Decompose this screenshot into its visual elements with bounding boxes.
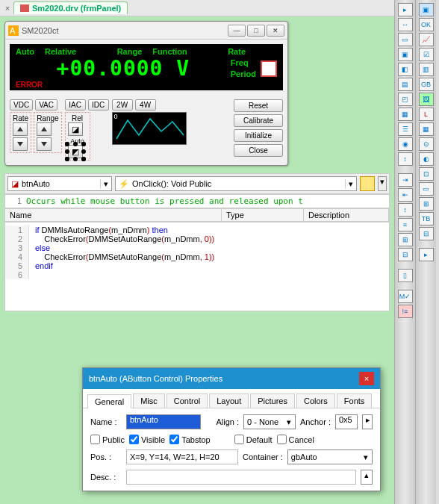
calibrate-button[interactable]: Calibrate — [234, 114, 283, 127]
iac-button[interactable]: IAC — [65, 99, 86, 111]
close-button[interactable]: ✕ — [267, 25, 284, 37]
tool-icon[interactable]: 📈 — [419, 33, 434, 46]
svg-text:A: A — [10, 26, 16, 35]
tool-icon[interactable]: ↕ — [398, 203, 413, 217]
name-input[interactable]: btnAuto — [126, 414, 201, 429]
plot-display: 0 — [112, 112, 187, 145]
dialog-close-button[interactable]: × — [359, 372, 374, 385]
2w-button[interactable]: 2W — [112, 99, 133, 111]
col-type[interactable]: Type — [222, 209, 304, 221]
idc-button[interactable]: IDC — [88, 99, 109, 111]
code-editor[interactable]: 1if DMMIsAutoRange(m_nDmm) then 2 CheckE… — [4, 222, 390, 311]
minimize-button[interactable]: — — [228, 25, 246, 37]
cancel-checkbox[interactable]: Cancel — [277, 435, 314, 444]
maximize-button[interactable]: □ — [247, 25, 265, 37]
align-select[interactable]: 0 - None▾ — [243, 414, 296, 429]
tool-icon[interactable]: ▯ — [398, 269, 413, 282]
tab-colors[interactable]: Colors — [296, 393, 335, 408]
tool-icon[interactable]: ⊡ — [419, 167, 434, 181]
tool-icon[interactable]: ▦ — [419, 122, 434, 136]
tab-close-icon[interactable]: × — [1, 4, 13, 13]
tool-icon[interactable]: ▥ — [419, 63, 434, 76]
object-value: btnAuto — [22, 179, 50, 188]
right-toolbar: ▸ ↔ ▭ ▣ ◧ ▤ ◰ ▦ ☰ ◉ ↕ ⇥ ⇤ ↕ ≡ ⊞ ⊟ ▯ M✓ !… — [394, 0, 439, 504]
tool-icon[interactable]: ⊙ — [419, 137, 434, 151]
tool-icon[interactable]: ☑ — [419, 48, 434, 61]
tool-icon[interactable]: ☰ — [398, 122, 413, 136]
desc-input[interactable] — [126, 470, 356, 485]
comment-text: Occurs while mouse button is pressed and… — [26, 196, 303, 206]
vdc-button[interactable]: VDC — [10, 99, 33, 111]
tool-icon[interactable]: ⊟ — [398, 248, 413, 261]
tool-icon[interactable]: ◐ — [419, 152, 434, 166]
col-desc[interactable]: Description — [304, 209, 389, 221]
default-checkbox[interactable]: Default — [234, 435, 273, 444]
object-combo[interactable]: ◪ btnAuto ▾ — [7, 176, 112, 191]
public-checkbox[interactable]: Public — [90, 435, 125, 444]
event-combo[interactable]: ⚡ OnClick(): Void Public ▾ — [115, 176, 357, 191]
tool-icon[interactable]: ◧ — [398, 63, 413, 76]
tool-icon[interactable]: ▤ — [398, 78, 413, 91]
range-down-button[interactable] — [37, 137, 52, 151]
4w-button[interactable]: 4W — [135, 99, 156, 111]
tool-icon[interactable]: OK — [419, 18, 434, 31]
desc-up-button[interactable]: ▴ — [361, 470, 373, 485]
tab-fonts[interactable]: Fonts — [337, 393, 373, 408]
close-panel-button[interactable]: Close — [234, 144, 283, 157]
rel-button[interactable]: ◪ — [68, 122, 83, 136]
vac-button[interactable]: VAC — [35, 99, 57, 111]
tab-layout[interactable]: Layout — [209, 393, 249, 408]
tool-icon[interactable]: TB — [419, 212, 434, 225]
function-label: Function — [152, 47, 187, 56]
anchor-input[interactable]: 0x5 — [335, 414, 358, 429]
container-select[interactable]: gbAuto▾ — [287, 449, 373, 464]
tool-icon[interactable]: ↔ — [398, 18, 413, 31]
visible-checkbox[interactable]: Visible — [129, 435, 165, 444]
tool-arrow-icon[interactable]: ▸ — [419, 248, 434, 261]
dmm-mode-icon[interactable] — [261, 60, 277, 77]
freq-label: Freq — [231, 57, 256, 69]
tool-icon[interactable]: ◉ — [398, 137, 413, 151]
tool-icon[interactable]: ⇥ — [398, 173, 413, 187]
rate-down-button[interactable] — [13, 137, 28, 151]
tool-icon[interactable]: ◰ — [398, 93, 413, 106]
file-icon — [20, 4, 29, 12]
tool-icon[interactable]: ⇤ — [398, 188, 413, 202]
tool-icon[interactable]: ≡ — [398, 218, 413, 231]
tool-icon[interactable]: ↕ — [398, 152, 413, 166]
expand-button[interactable]: ▾ — [378, 176, 387, 191]
rate-group-label: Rate — [13, 114, 28, 122]
auto-button[interactable]: ◩ — [68, 145, 83, 158]
tool-icon[interactable]: 🖼 — [419, 93, 434, 106]
tab-pictures[interactable]: Pictures — [250, 393, 295, 408]
note-button[interactable] — [360, 176, 375, 191]
tab-control[interactable]: Control — [166, 393, 208, 408]
col-name[interactable]: Name — [5, 209, 222, 221]
properties-dialog: btnAuto (AButton Control) Properties × G… — [82, 367, 381, 491]
tool-icon[interactable]: ⊞ — [419, 197, 434, 211]
tool-icon[interactable]: M✓ — [398, 290, 413, 303]
tool-icon[interactable]: ▸ — [398, 3, 413, 16]
anchor-label: Anchor : — [300, 417, 331, 426]
anchor-more-button[interactable]: ▸ — [362, 414, 373, 429]
tool-icon[interactable]: !≡ — [398, 305, 413, 318]
rate-up-button[interactable] — [13, 122, 28, 136]
tabstop-checkbox[interactable]: Tabstop — [169, 435, 211, 444]
auto-label: Auto — [68, 137, 87, 145]
tool-icon[interactable]: ⊞ — [398, 233, 413, 246]
tool-icon[interactable]: ▦ — [398, 108, 413, 121]
tool-icon[interactable]: ▭ — [398, 33, 413, 46]
tool-icon[interactable]: ⊟ — [419, 227, 434, 240]
file-tab[interactable]: Sm2020.drv (frmPanel) — [13, 1, 128, 14]
tool-icon[interactable]: ▣ — [419, 3, 434, 16]
tool-icon[interactable]: ▭ — [419, 182, 434, 196]
initialize-button[interactable]: Initialize — [234, 129, 283, 142]
reset-button[interactable]: Reset — [234, 99, 283, 112]
tool-icon[interactable]: ▣ — [398, 48, 413, 61]
range-up-button[interactable] — [37, 122, 52, 136]
tool-icon[interactable]: GB — [419, 78, 434, 91]
dmm-value: +00.0000 V — [16, 56, 231, 81]
tab-general[interactable]: General — [87, 394, 131, 408]
tool-icon[interactable]: L — [419, 108, 434, 121]
tab-misc[interactable]: Misc — [133, 393, 165, 408]
